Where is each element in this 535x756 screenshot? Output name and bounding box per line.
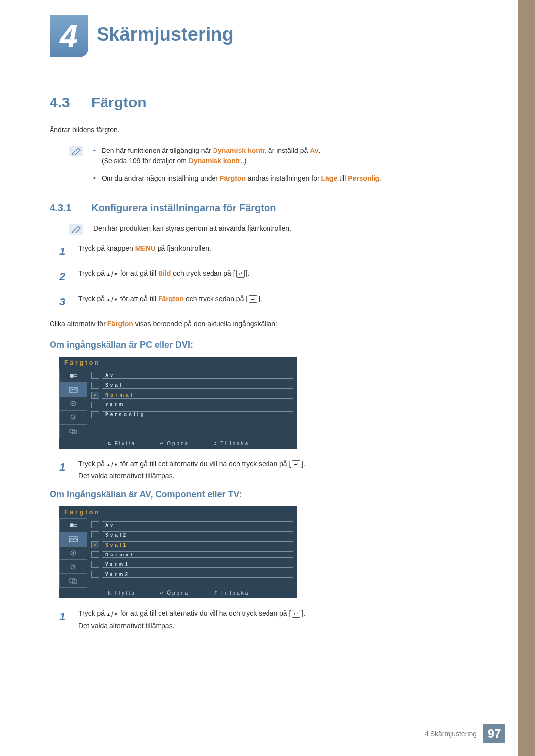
svg-point-4 [72, 416, 75, 419]
up-down-icon: / [107, 459, 118, 470]
enter-icon [249, 295, 257, 303]
osd-menu-pc: Färgton Av Sval ✔Normal Varm Personlig [59, 357, 297, 449]
osd-menu-av: Färgton Av Sval2 ✔Sval1 Normal Varm1 Var… [59, 506, 297, 598]
osd-item: Av [91, 520, 293, 529]
chapter-title: Skärmjustering [97, 24, 234, 45]
svg-point-0 [70, 374, 74, 378]
subsection-note: Den här produkten kan styras genom att a… [93, 224, 476, 234]
heading-pc-dvi: Om ingångskällan är PC eller DVI: [50, 340, 476, 350]
step-after-osd1: 1 Tryck på / för att gå till det alterna… [59, 458, 476, 482]
chapter-number-badge: 4 [50, 15, 88, 57]
page-number: 97 [483, 724, 505, 743]
up-down-icon: / [107, 609, 118, 620]
osd-icon-multi [59, 574, 87, 588]
osd-item-selected: ✔Sval1 [91, 540, 293, 549]
enter-icon [236, 270, 245, 278]
intro-text: Ändrar bildens färgton. [50, 126, 476, 134]
enter-icon [292, 460, 300, 468]
osd-item: Varm [91, 401, 293, 409]
section-number: 4.3 [50, 94, 79, 111]
note-icon [69, 146, 83, 156]
osd-icon-sound [59, 397, 87, 410]
osd-foot-move: ⇅Flytta [107, 441, 136, 446]
osd-item: Sval2 [91, 530, 293, 539]
osd-title: Färgton [59, 506, 297, 518]
svg-point-11 [72, 565, 75, 568]
step-2: 2 Tryck på / för att gå till Bild och tr… [59, 268, 476, 285]
subsection-title: Konfigurera inställningarna för Färgton [91, 202, 276, 214]
osd-foot-open: ↵Öppna [160, 441, 189, 446]
note-icon [69, 224, 83, 235]
osd-title: Färgton [59, 357, 297, 369]
svg-point-10 [72, 552, 74, 554]
up-down-icon: / [107, 269, 118, 280]
osd-foot-open: ↵Öppna [160, 590, 189, 596]
subsection-number: 4.3.1 [50, 202, 79, 214]
osd-foot-move: ⇅Flytta [107, 590, 136, 596]
footer-label: 4 Skärmjustering [425, 730, 477, 738]
osd-foot-back: ↺Tillbaka [213, 441, 249, 446]
enter-icon [292, 610, 300, 618]
osd-item: Varm2 [91, 570, 293, 579]
osd-item: Av [91, 371, 293, 380]
svg-point-7 [70, 523, 74, 527]
side-accent-band [518, 0, 535, 756]
up-down-icon: / [107, 294, 118, 305]
section-title: Färgton [91, 94, 147, 111]
osd-icon-multi [59, 424, 87, 438]
osd-icon-input [59, 369, 87, 383]
osd-item-selected: ✔Normal [91, 391, 293, 400]
svg-point-3 [72, 403, 74, 404]
step-3: 3 Tryck på / för att gå till Färgton och… [59, 293, 476, 310]
note-bullet-1: Den här funktionen är tillgänglig när Dy… [93, 146, 476, 166]
osd-item: Personlig [91, 410, 293, 419]
osd-item: Sval [91, 381, 293, 390]
paragraph-options: Olika alternativ för Färgton visas beroe… [50, 320, 476, 328]
osd-item: Varm1 [91, 560, 293, 569]
step-after-osd2: 1 Tryck på / för att gå till det alterna… [59, 608, 476, 631]
note-bullet-2: Om du ändrar någon inställning under Fär… [93, 173, 476, 184]
osd-icon-picture [59, 532, 87, 546]
osd-foot-back: ↺Tillbaka [213, 590, 249, 596]
osd-icon-picture [59, 383, 87, 397]
step-1: 1 Tryck på knappen MENU på fjärrkontroll… [59, 243, 476, 260]
heading-av-component-tv: Om ingångskällan är AV, Component eller … [50, 489, 476, 500]
osd-icon-setup [59, 560, 87, 574]
osd-icon-input [59, 518, 87, 532]
osd-icon-sound [59, 546, 87, 560]
osd-item: Normal [91, 550, 293, 559]
osd-icon-setup [59, 410, 87, 424]
